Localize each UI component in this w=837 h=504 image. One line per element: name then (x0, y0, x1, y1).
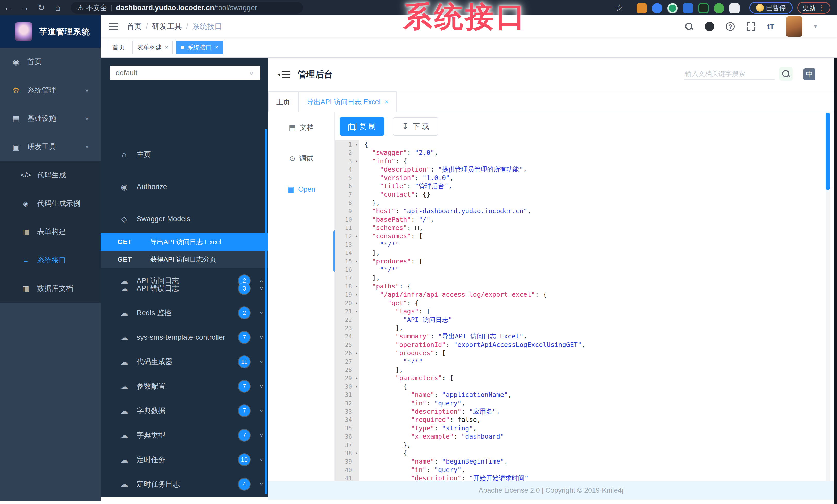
sidebar-item[interactable]: ▤基础设施∨ (0, 104, 101, 133)
fold-arrow-icon[interactable]: ▾ (355, 299, 358, 307)
doc-search-button[interactable] (779, 67, 793, 81)
rail-item-open[interactable]: ▤Open (268, 174, 335, 205)
extension-icon[interactable] (667, 3, 678, 13)
paused-badge[interactable]: 已暂停 (749, 2, 793, 14)
swagger-menu-item[interactable]: ◇Swagger Models (101, 205, 268, 233)
extension-icon[interactable] (652, 3, 662, 13)
language-toggle[interactable]: 中 (803, 68, 815, 80)
line-number: 16 (335, 265, 359, 274)
code-token: : (453, 433, 461, 440)
copy-button[interactable]: 复 制 (340, 117, 385, 136)
fold-arrow-icon[interactable]: ▾ (355, 449, 358, 458)
breadcrumb-item[interactable]: 系统接口 (192, 21, 222, 32)
extension-icon[interactable] (729, 3, 740, 13)
code-token: , (496, 408, 500, 415)
line-number: 38▾ (335, 449, 359, 458)
content-scrollbar-thumb[interactable] (826, 113, 830, 190)
sidebar-subitem[interactable]: ▦表单构建 (0, 218, 101, 246)
fold-arrow-icon[interactable]: ▾ (355, 232, 358, 240)
fold-arrow-icon[interactable]: ▾ (355, 374, 358, 382)
swagger-menu-item[interactable]: ☁岗位7∨ (101, 494, 268, 497)
endpoint-item[interactable]: GET导出API 访问日志 Excel (101, 233, 268, 250)
rail-item-调试[interactable]: ⊙调试 (268, 143, 335, 174)
download-button[interactable]: ↧ 下 载 (393, 117, 438, 136)
chevron-down-icon[interactable]: ▾ (814, 23, 817, 30)
swagger-menu-item[interactable]: ☁sys-sms-template-controller7∨ (101, 323, 268, 352)
code-token: : (461, 408, 469, 415)
fold-arrow-icon[interactable]: ▾ (355, 349, 358, 357)
sidebar-subitem[interactable]: ≡系统接口 (0, 246, 101, 274)
forward-icon[interactable]: → (17, 0, 33, 15)
breadcrumb-item[interactable]: 首页 (127, 21, 142, 32)
hamburger-icon[interactable] (109, 23, 118, 31)
view-tag[interactable]: 表单构建× (132, 41, 173, 54)
fold-arrow-icon[interactable]: ▾ (355, 141, 358, 149)
line-number: 30▾ (335, 382, 359, 391)
close-icon[interactable]: × (385, 98, 388, 106)
json-key: "consumes" (372, 232, 411, 240)
extension-icon[interactable] (683, 3, 693, 13)
search-icon[interactable] (685, 23, 693, 31)
count-badge: 7 (238, 381, 250, 392)
swagger-menu-item[interactable]: ☁Redis 监控2∨ (101, 299, 268, 327)
swagger-menu-item[interactable]: ☁定时任务日志4∨ (101, 470, 268, 497)
fold-arrow-icon[interactable]: ▾ (355, 157, 358, 165)
view-tag[interactable]: 系统接口× (176, 41, 223, 54)
help-icon[interactable]: ? (726, 22, 735, 31)
fullscreen-icon[interactable] (747, 22, 755, 31)
doc-tab[interactable]: 主页 (268, 91, 298, 112)
count-badge: 10 (238, 454, 250, 465)
swagger-menu-item[interactable]: ◉Authorize (101, 172, 268, 201)
fold-arrow-icon[interactable]: ▾ (355, 291, 358, 299)
reload-icon[interactable]: ↻ (33, 0, 50, 15)
update-button[interactable]: 更新 ⋮ (797, 2, 830, 14)
line-number: 37 (335, 441, 359, 449)
sidebar-item-label: 系统管理 (27, 85, 56, 95)
sidebar-item[interactable]: ◉首页 (0, 48, 101, 76)
swagger-scrollbar[interactable] (265, 129, 267, 494)
swagger-menu-item[interactable]: ☁API 错误日志3∨ (101, 274, 268, 303)
font-size-icon[interactable]: tT (767, 22, 774, 31)
fold-arrow-icon[interactable]: ▾ (355, 282, 358, 291)
extension-icon[interactable] (698, 3, 709, 13)
sidebar-subitem[interactable]: </>代码生成 (0, 161, 101, 189)
extension-icon[interactable] (714, 3, 724, 13)
code-text: "API 访问日志" (359, 316, 452, 324)
swagger-menu-item[interactable]: ☁定时任务10∨ (101, 446, 268, 474)
bookmark-star-icon[interactable]: ☆ (616, 3, 623, 13)
close-icon[interactable]: × (165, 44, 168, 51)
sidebar-subitem[interactable]: ◈代码生成示例 (0, 189, 101, 218)
swagger-menu-item[interactable]: ☁字典数据7∨ (101, 397, 268, 425)
json-string: "应用名" (469, 408, 496, 415)
sidebar-subitem[interactable]: ▥数据库文档 (0, 274, 101, 303)
api-group-select[interactable]: default ∨ (109, 66, 260, 80)
sidebar-item[interactable]: ▣研发工具∧ (0, 133, 101, 161)
home-icon[interactable]: ⌂ (50, 0, 66, 15)
rail-item-文档[interactable]: ▤文档 (268, 112, 335, 143)
doc-tab[interactable]: 导出API 访问日志 Excel× (298, 91, 397, 112)
json-key: "operationId" (395, 341, 446, 349)
extension-icon[interactable] (637, 3, 647, 13)
breadcrumb-item[interactable]: 研发工具 (152, 21, 182, 32)
back-icon[interactable]: ← (0, 0, 17, 15)
doc-search-input[interactable] (684, 68, 774, 80)
swagger-menu-item[interactable]: ☁字典类型7∨ (101, 421, 268, 449)
fold-arrow-icon[interactable]: ▾ (355, 257, 358, 265)
swagger-menu-item[interactable]: ☁参数配置7∨ (101, 372, 268, 400)
address-bar[interactable]: ⚠ 不安全 | dashboard.yudao.iocoder.cn /tool… (71, 2, 303, 14)
code-editor[interactable]: 1▾{2 "swagger": "2.0",3▾ "info": {4 "des… (335, 141, 830, 481)
collapse-menu-icon[interactable]: ◂ (277, 71, 290, 78)
github-icon[interactable] (705, 22, 714, 31)
sidebar-item[interactable]: ⚙系统管理∨ (0, 76, 101, 104)
close-icon[interactable]: × (215, 44, 218, 51)
swagger-menu-item[interactable]: ☁代码生成器11∨ (101, 348, 268, 376)
fold-arrow-icon[interactable]: ▾ (355, 382, 358, 391)
code-token (364, 157, 372, 165)
fold-arrow-icon[interactable]: ▾ (355, 307, 358, 316)
code-token (364, 216, 372, 223)
endpoint-item[interactable]: GET获得API 访问日志分页 (101, 250, 268, 268)
view-tag[interactable]: 首页 (108, 41, 129, 54)
sidebar-item-label: 基础设施 (27, 114, 56, 123)
avatar[interactable] (786, 17, 802, 37)
swagger-menu-item[interactable]: ⌂主页 (101, 141, 268, 169)
